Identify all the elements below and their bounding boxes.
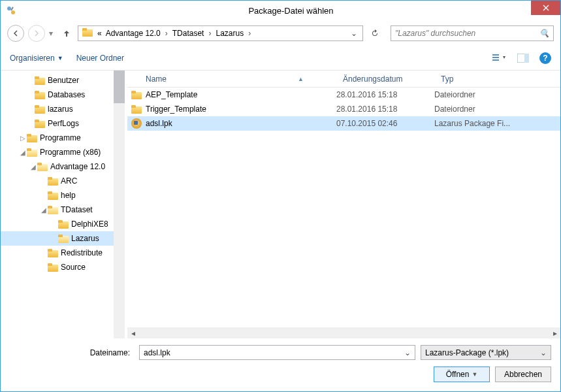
close-button[interactable] xyxy=(531,1,560,15)
expand-icon[interactable]: ▷ xyxy=(19,135,27,142)
list-row[interactable]: Trigger_Template 28.01.2016 15:18 Dateio… xyxy=(127,102,560,116)
folder-icon xyxy=(131,105,142,114)
chevron-right-icon: › xyxy=(206,29,214,38)
tree-item: Source xyxy=(1,260,125,274)
svg-rect-3 xyxy=(492,54,499,56)
folder-icon xyxy=(27,134,37,142)
split-arrow-icon[interactable]: ▼ xyxy=(472,371,477,378)
tree-item: lazarus xyxy=(1,102,125,116)
search-icon: 🔍 xyxy=(539,29,549,38)
folder-icon xyxy=(58,235,69,243)
tree-item: DelphiXE8 xyxy=(1,217,125,231)
crumb-overflow[interactable]: « xyxy=(95,27,104,39)
address-dropdown[interactable]: ⌄ xyxy=(347,29,361,38)
column-name[interactable]: Name▲ xyxy=(127,74,336,84)
file-list: Name▲ Änderungsdatum Typ AEP_Template 28… xyxy=(127,71,560,338)
bottom-area: Dateiname: adsl.lpk ⌄ Lazarus-Package (*… xyxy=(1,338,560,391)
folder-icon xyxy=(35,76,45,85)
folder-icon xyxy=(131,91,142,99)
folder-icon xyxy=(35,105,45,114)
scroll-left-icon[interactable]: ◂ xyxy=(127,327,138,338)
body-area: Benutzer Databases lazarus PerfLogs ▷Pro… xyxy=(1,70,560,338)
folder-icon xyxy=(35,91,45,99)
tree-item: Databases xyxy=(1,88,125,102)
folder-icon xyxy=(37,163,48,171)
search-placeholder: "Lazarus" durchsuchen xyxy=(395,29,475,38)
toolbar: Organisieren▼ Neuer Ordner ? xyxy=(1,46,560,70)
scroll-right-icon[interactable]: ▸ xyxy=(549,327,560,338)
help-button[interactable]: ? xyxy=(539,52,551,64)
window-title: Package-Datei wählen xyxy=(22,6,560,16)
tree-item: ▷Programme xyxy=(1,131,125,145)
back-button[interactable] xyxy=(7,25,24,42)
folder-icon xyxy=(48,263,58,272)
collapse-icon[interactable]: ◢ xyxy=(19,149,27,156)
history-dropdown[interactable]: ▾ xyxy=(49,29,56,38)
nav-area: ▾ « Advantage 12.0 › TDataset › Lazarus … xyxy=(1,20,560,46)
organize-menu[interactable]: Organisieren▼ xyxy=(10,54,63,63)
svg-point-1 xyxy=(11,10,15,14)
tree-item: Benutzer xyxy=(1,73,125,88)
refresh-button[interactable] xyxy=(367,25,383,41)
open-button[interactable]: Öffnen▼ xyxy=(434,367,490,382)
svg-rect-4 xyxy=(492,57,499,58)
file-type-filter[interactable]: Lazarus-Package (*.lpk) ⌄ xyxy=(421,345,551,360)
column-date[interactable]: Änderungsdatum xyxy=(336,74,434,84)
titlebar: Package-Datei wählen xyxy=(1,1,560,20)
cancel-button[interactable]: Abbrechen xyxy=(495,367,551,382)
chevron-down-icon[interactable]: ⌄ xyxy=(540,348,547,357)
crumb-tdataset[interactable]: TDataset xyxy=(170,27,206,39)
crumb-lazarus[interactable]: Lazarus xyxy=(214,27,246,39)
preview-pane-button[interactable] xyxy=(516,51,530,65)
folder-tree[interactable]: Benutzer Databases lazarus PerfLogs ▷Pro… xyxy=(1,71,125,338)
folder-icon xyxy=(48,191,58,200)
crumb-advantage[interactable]: Advantage 12.0 xyxy=(104,27,163,39)
file-dialog: Package-Datei wählen ▾ « Advantage 12.0 … xyxy=(0,0,561,392)
up-button[interactable] xyxy=(59,25,74,41)
tree-item-selected: Lazarus xyxy=(1,231,125,246)
folder-icon xyxy=(48,206,58,214)
tree-item: ◢TDataset xyxy=(1,203,125,217)
column-type[interactable]: Typ xyxy=(434,74,560,84)
folder-icon xyxy=(48,249,58,257)
chevron-right-icon: › xyxy=(163,29,170,38)
folder-icon xyxy=(27,148,37,157)
tree-item: ARC xyxy=(1,174,125,188)
forward-button[interactable] xyxy=(28,25,45,42)
tree-item: help xyxy=(1,188,125,203)
folder-icon xyxy=(35,120,45,128)
list-header: Name▲ Änderungsdatum Typ xyxy=(127,71,560,88)
new-folder-button[interactable]: Neuer Ordner xyxy=(76,54,124,63)
horizontal-scrollbar[interactable]: ◂ ▸ xyxy=(127,327,560,338)
svg-rect-7 xyxy=(524,54,529,63)
tree-scrollbar[interactable] xyxy=(114,71,125,338)
folder-icon xyxy=(58,220,69,229)
app-icon xyxy=(6,5,16,16)
filename-label: Dateiname: xyxy=(10,348,134,357)
filename-input[interactable]: adsl.lpk ⌄ xyxy=(139,345,415,360)
tree-item: ◢Advantage 12.0 xyxy=(1,159,125,174)
list-row[interactable]: AEP_Template 28.01.2016 15:18 Dateiordne… xyxy=(127,88,560,102)
list-rows: AEP_Template 28.01.2016 15:18 Dateiordne… xyxy=(127,88,560,327)
folder-icon xyxy=(82,28,93,39)
list-row-selected[interactable]: adsl.lpk 07.10.2015 02:46 Lazarus Packag… xyxy=(127,116,560,131)
sort-asc-icon: ▲ xyxy=(298,76,330,82)
view-options-button[interactable] xyxy=(492,51,507,65)
svg-point-0 xyxy=(7,7,11,10)
scrollbar-thumb[interactable] xyxy=(114,71,125,103)
search-input[interactable]: "Lazarus" durchsuchen 🔍 xyxy=(391,25,554,41)
address-bar[interactable]: « Advantage 12.0 › TDataset › Lazarus › … xyxy=(78,25,363,41)
tree-item: ◢Programme (x86) xyxy=(1,145,125,159)
chevron-down-icon[interactable]: ⌄ xyxy=(404,348,411,357)
chevron-right-icon: › xyxy=(246,29,253,38)
collapse-icon[interactable]: ◢ xyxy=(29,163,37,171)
tree-item: PerfLogs xyxy=(1,116,125,131)
svg-rect-5 xyxy=(492,59,499,61)
tree-item: Redistribute xyxy=(1,246,125,260)
collapse-icon[interactable]: ◢ xyxy=(40,206,48,214)
folder-icon xyxy=(48,177,58,186)
package-icon xyxy=(131,118,142,129)
